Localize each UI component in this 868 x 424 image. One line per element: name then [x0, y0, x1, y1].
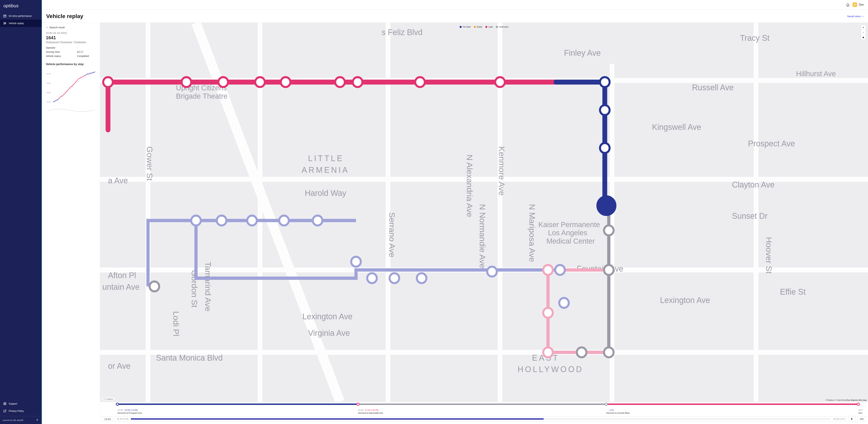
svg-point-74 [89, 73, 89, 74]
svg-text:Lexington Ave: Lexington Ave [660, 296, 710, 305]
collapse-sidebar-icon[interactable] [36, 418, 39, 422]
svg-point-46 [57, 100, 57, 100]
svg-point-71 [85, 75, 86, 75]
vehicle-id: 1641 [46, 35, 96, 40]
sidebar-support[interactable]: Support [0, 400, 42, 407]
timeline-stop[interactable] [604, 403, 608, 406]
play-button[interactable] [848, 416, 856, 422]
svg-text:Clayton Ave: Clayton Ave [732, 180, 775, 189]
perf-heading: Vehicle performance by stop [46, 63, 96, 66]
svg-point-144 [604, 225, 614, 235]
svg-point-61 [74, 84, 74, 84]
timeline-card[interactable]: 10:54 10:59 (+4:58)Vermont & Prospect Av… [117, 408, 358, 415]
svg-point-159 [279, 215, 289, 225]
svg-point-48 [59, 98, 60, 98]
nav-on-time-performance[interactable]: On-time performance [0, 12, 42, 20]
svg-point-70 [84, 75, 85, 76]
player-current-time: 11:01 [102, 416, 113, 422]
legend-dot-unknown [496, 26, 498, 28]
attrib-mapbox[interactable]: © Mapbox [826, 399, 834, 401]
svg-point-142 [600, 143, 610, 153]
svg-point-65 [78, 79, 79, 79]
svg-point-56 [68, 89, 69, 90]
zoom-out-button[interactable]: − [861, 30, 866, 35]
svg-text:Sunset Dr: Sunset Dr [732, 211, 768, 221]
svg-point-137 [353, 77, 362, 87]
svg-point-155 [390, 273, 399, 283]
svg-point-64 [77, 80, 78, 81]
sidebar: optibus On-time performance Vehicle repl… [0, 0, 42, 424]
timeline-card[interactable]: 10:5Verr [858, 408, 866, 415]
brand-logo: optibus [0, 0, 42, 12]
svg-point-135 [281, 77, 290, 87]
svg-text:Hoover St: Hoover St [764, 237, 773, 274]
page-title: Vehicle replay [46, 13, 83, 20]
notifications-icon[interactable] [846, 3, 850, 7]
compass-button[interactable]: ▲ [861, 35, 866, 39]
svg-point-139 [495, 77, 505, 87]
avatar: D [852, 2, 857, 7]
svg-text:18:45: 18:45 [46, 91, 51, 93]
timeline-stop[interactable] [356, 403, 360, 406]
svg-point-140 [600, 77, 610, 87]
perf-minimap [46, 107, 96, 112]
svg-text:Serrano Ave: Serrano Ave [388, 212, 396, 258]
svg-point-76 [91, 73, 92, 73]
svg-text:Kingswell Ave: Kingswell Ave [652, 122, 701, 131]
saved-views-label: Saved views [847, 15, 861, 18]
svg-point-148 [543, 265, 553, 275]
attrib-improve[interactable]: Improve this map [851, 399, 867, 401]
svg-point-58 [70, 87, 71, 87]
svg-text:Finley Ave: Finley Ave [564, 48, 601, 58]
svg-point-147 [577, 347, 586, 357]
svg-text:Afton Pl: Afton Pl [108, 271, 136, 280]
map[interactable]: On-time Early Late Unknown + − ▲ mapbox [100, 23, 868, 402]
svg-point-146 [604, 347, 614, 357]
nav-vehicle-replay[interactable]: Vehicle replay [0, 20, 42, 27]
svg-text:s Feliz Blvd: s Feliz Blvd [381, 28, 423, 37]
timeline-track[interactable] [102, 402, 866, 407]
user-menu[interactable]: D Dan [852, 2, 864, 7]
kv-key: Operator [46, 47, 77, 49]
svg-point-162 [191, 215, 201, 225]
svg-text:or Ave: or Ave [108, 362, 130, 371]
speed-selector[interactable]: 10x [858, 416, 866, 422]
player-scrubber[interactable]: 19 Jul 10:29 19 Jul 11:23 [115, 416, 846, 422]
timeline-stop[interactable] [116, 403, 119, 406]
attrib-osm[interactable]: © OpenStreetMap [835, 399, 850, 401]
svg-point-47 [58, 99, 59, 100]
svg-text:Gower St: Gower St [145, 146, 154, 181]
svg-point-53 [65, 93, 65, 93]
sidebar-privacy[interactable]: Privacy Policy [0, 407, 42, 415]
mapbox-badge: mapbox [102, 398, 115, 400]
calendar-check-icon [3, 14, 7, 18]
svg-point-131 [103, 77, 113, 87]
svg-point-163 [150, 281, 159, 291]
player-start-time: 19 Jul 10:29 [117, 418, 128, 420]
svg-text:Tamarind Ave: Tamarind Ave [204, 262, 213, 311]
zoom-in-button[interactable]: + [861, 25, 866, 30]
svg-point-75 [90, 73, 90, 73]
timeline-stop[interactable] [857, 403, 860, 406]
svg-point-157 [351, 257, 361, 267]
svg-point-152 [559, 298, 569, 308]
svg-text:19:15: 19:15 [46, 73, 51, 75]
details-panel: Search result 10:30 (19 Jul 2022) 1641 H… [42, 23, 100, 424]
svg-text:Hillhurst Ave: Hillhurst Ave [796, 70, 836, 78]
svg-point-160 [247, 215, 257, 225]
svg-point-57 [69, 88, 70, 89]
sidebar-link-label: Support [9, 402, 17, 405]
svg-text:LITTLE: LITTLE [308, 154, 344, 163]
timeline-card[interactable]: - - (+0)Vermont & Sunset Blvd. [606, 408, 858, 415]
saved-views-button[interactable]: Saved views [847, 15, 864, 18]
svg-point-143 [597, 196, 615, 215]
svg-point-69 [83, 76, 84, 77]
svg-point-141 [600, 105, 610, 115]
svg-text:N Normandie Ave: N Normandie Ave [478, 204, 487, 268]
legend-dot-ontime [460, 26, 462, 28]
svg-text:untain Ave: untain Ave [102, 282, 140, 292]
svg-text:Brigade Theatre: Brigade Theatre [176, 92, 227, 100]
map-attribution: © Mapbox © OpenStreetMap Improve this ma… [826, 399, 867, 401]
back-to-search[interactable]: Search result [46, 26, 96, 29]
timeline-card[interactable]: 10:55 11:01 (+6:29)Vermont & Barnsdall A… [358, 408, 606, 415]
